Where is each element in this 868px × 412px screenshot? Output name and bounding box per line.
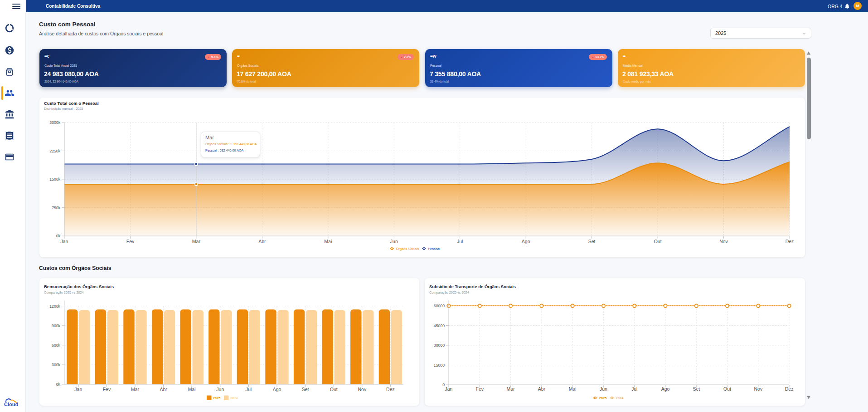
svg-text:0: 0 <box>442 383 445 387</box>
svg-text:Ago: Ago <box>661 386 670 392</box>
svg-text:45000: 45000 <box>434 324 445 328</box>
svg-text:0k: 0k <box>56 234 61 238</box>
svg-text:2024: 2024 <box>616 396 624 400</box>
svg-text:60000: 60000 <box>434 304 445 308</box>
svg-text:Set: Set <box>693 386 700 392</box>
svg-text:Mar: Mar <box>507 386 515 392</box>
svg-text:Mai: Mai <box>324 239 332 244</box>
svg-text:Jul: Jul <box>457 239 463 244</box>
svg-text:600k: 600k <box>52 343 60 348</box>
svg-text:Órgãos Sociais: Órgãos Sociais <box>396 247 419 251</box>
svg-text:Jul: Jul <box>246 387 252 392</box>
svg-text:Jan: Jan <box>74 387 82 392</box>
svg-text:2250k: 2250k <box>49 149 60 153</box>
svg-text:Pessoal: Pessoal <box>428 247 440 251</box>
svg-text:2024: 2024 <box>230 396 238 400</box>
svg-text:300k: 300k <box>52 363 60 367</box>
svg-text:Mai: Mai <box>188 387 196 392</box>
svg-text:Dez: Dez <box>386 387 395 392</box>
svg-text:Fev: Fev <box>103 387 111 392</box>
svg-text:Abr: Abr <box>160 387 167 392</box>
svg-text:Jun: Jun <box>216 387 224 392</box>
svg-text:Set: Set <box>302 387 309 392</box>
svg-text:Jan: Jan <box>61 239 68 244</box>
svg-text:2025: 2025 <box>599 396 607 400</box>
svg-text:Mar: Mar <box>192 239 201 244</box>
svg-text:Out: Out <box>723 386 731 392</box>
svg-text:Mai: Mai <box>569 386 577 392</box>
svg-text:Set: Set <box>588 239 596 244</box>
svg-text:0k: 0k <box>56 382 61 387</box>
svg-text:Jun: Jun <box>600 386 607 392</box>
svg-text:900k: 900k <box>52 324 60 328</box>
svg-text:750k: 750k <box>52 206 60 210</box>
svg-text:Abr: Abr <box>258 239 266 244</box>
svg-text:1500k: 1500k <box>49 177 60 181</box>
svg-text:Jul: Jul <box>631 386 637 392</box>
svg-text:Fev: Fev <box>126 239 135 244</box>
svg-text:Abr: Abr <box>538 386 546 392</box>
svg-text:Out: Out <box>654 239 662 244</box>
svg-text:Out: Out <box>330 387 338 392</box>
svg-text:Ago: Ago <box>522 239 530 244</box>
svg-text:Dez: Dez <box>785 386 794 392</box>
svg-text:1200k: 1200k <box>49 304 60 309</box>
svg-text:Nov: Nov <box>754 386 762 392</box>
svg-text:Ago: Ago <box>273 387 281 392</box>
svg-text:3000k: 3000k <box>49 120 60 125</box>
svg-text:Dez: Dez <box>786 239 794 244</box>
svg-text:Cloud: Cloud <box>4 402 18 407</box>
svg-text:Jan: Jan <box>445 386 453 392</box>
svg-text:Mar: Mar <box>131 387 140 392</box>
svg-text:Jun: Jun <box>390 239 398 244</box>
svg-text:30000: 30000 <box>434 343 445 348</box>
svg-text:2025: 2025 <box>213 396 221 400</box>
svg-text:Fev: Fev <box>476 386 484 392</box>
svg-text:Nov: Nov <box>719 239 728 244</box>
svg-text:15000: 15000 <box>434 363 445 368</box>
svg-text:Nov: Nov <box>358 387 366 392</box>
